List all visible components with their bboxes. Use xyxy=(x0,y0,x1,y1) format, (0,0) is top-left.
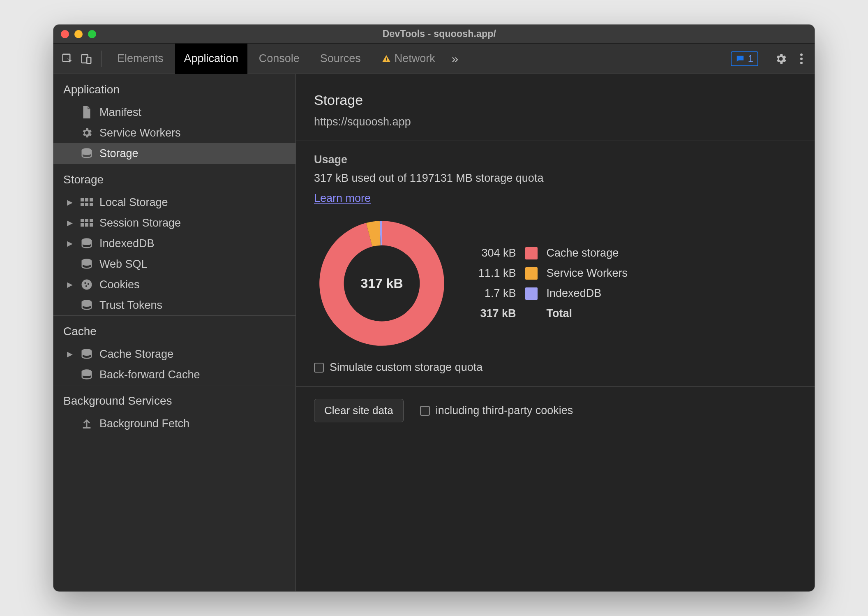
settings-icon[interactable] xyxy=(772,50,790,68)
learn-more-link[interactable]: Learn more xyxy=(314,192,371,205)
main-panel: Storage https://squoosh.app Usage 317 kB… xyxy=(296,74,815,591)
sidebar-item-service-workers[interactable]: Service Workers xyxy=(53,123,295,143)
sidebar-item-manifest[interactable]: Manifest xyxy=(53,102,295,123)
legend-size: 304 kB xyxy=(478,247,516,259)
sidebar-item-indexeddb[interactable]: ▶IndexedDB xyxy=(53,233,295,254)
sidebar-item-session-storage[interactable]: ▶Session Storage xyxy=(53,213,295,233)
svg-point-5 xyxy=(800,53,803,56)
sidebar-section-heading: Background Services xyxy=(53,385,295,413)
svg-rect-18 xyxy=(81,223,84,227)
sidebar-item-local-storage[interactable]: ▶Local Storage xyxy=(53,192,295,213)
titlebar: DevTools - squoosh.app/ xyxy=(53,25,815,44)
tab-sources[interactable]: Sources xyxy=(311,44,370,74)
sidebar-item-label: Local Storage xyxy=(99,196,168,209)
legend-label: Service Workers xyxy=(547,267,628,280)
simulate-quota-checkbox[interactable] xyxy=(314,363,324,373)
sidebar-item-label: IndexedDB xyxy=(99,237,155,250)
sidebar-item-label: Cookies xyxy=(99,278,140,291)
third-party-cookies-label: including third-party cookies xyxy=(436,404,573,417)
window-title: DevTools - squoosh.app/ xyxy=(101,28,778,39)
svg-point-7 xyxy=(800,62,803,64)
tab-console[interactable]: Console xyxy=(250,44,309,74)
legend-label: Cache storage xyxy=(547,247,628,259)
grid-icon xyxy=(80,216,94,230)
simulate-quota-label: Simulate custom storage quota xyxy=(330,361,482,374)
svg-rect-19 xyxy=(85,223,88,227)
gear-icon xyxy=(80,126,94,140)
legend-label: IndexedDB xyxy=(547,287,628,300)
sidebar-item-label: Cache Storage xyxy=(99,348,173,361)
sidebar-item-label: Manifest xyxy=(99,106,141,119)
database-icon xyxy=(80,146,94,160)
third-party-cookies-checkbox[interactable] xyxy=(420,406,430,416)
cookie-icon xyxy=(80,278,94,292)
inspect-icon[interactable] xyxy=(59,51,76,67)
zoom-window-button[interactable] xyxy=(88,30,96,38)
svg-rect-15 xyxy=(81,219,84,222)
sidebar-item-label: Trust Tokens xyxy=(99,299,162,312)
chevron-right-icon[interactable]: ▶ xyxy=(66,239,74,248)
separator xyxy=(765,51,765,67)
sidebar-item-web-sql[interactable]: Web SQL xyxy=(53,254,295,274)
svg-rect-17 xyxy=(90,219,93,222)
devtools-window: DevTools - squoosh.app/ Elements Applica… xyxy=(53,25,815,591)
usage-summary: 317 kB used out of 1197131 MB storage qu… xyxy=(314,172,796,185)
svg-rect-12 xyxy=(81,203,84,206)
svg-rect-14 xyxy=(90,203,93,206)
sidebar-item-background-fetch[interactable]: Background Fetch xyxy=(53,413,295,434)
sidebar-item-back-forward-cache[interactable]: Back-forward Cache xyxy=(53,364,295,385)
more-tabs-icon[interactable]: » xyxy=(447,51,463,67)
sidebar-item-label: Service Workers xyxy=(99,127,181,139)
legend-size: 1.7 kB xyxy=(478,287,516,300)
console-messages-button[interactable]: 1 xyxy=(731,51,758,66)
console-messages-count: 1 xyxy=(748,53,753,65)
svg-rect-10 xyxy=(85,198,88,201)
kebab-menu-icon[interactable] xyxy=(792,50,810,68)
legend-swatch xyxy=(525,287,538,300)
sidebar-item-cookies[interactable]: ▶Cookies xyxy=(53,274,295,295)
device-toggle-icon[interactable] xyxy=(78,51,95,67)
svg-point-25 xyxy=(88,283,89,285)
chevron-right-icon[interactable]: ▶ xyxy=(66,350,74,359)
chevron-right-icon[interactable]: ▶ xyxy=(66,218,74,227)
sidebar-item-label: Background Fetch xyxy=(99,417,189,430)
database-icon xyxy=(80,298,94,312)
legend-total-label: Total xyxy=(547,307,628,320)
database-icon xyxy=(80,257,94,271)
legend-total-size: 317 kB xyxy=(478,307,516,320)
legend-swatch xyxy=(525,267,538,280)
sidebar-item-cache-storage[interactable]: ▶Cache Storage xyxy=(53,344,295,364)
sidebar-item-label: Web SQL xyxy=(99,258,148,271)
upload-icon xyxy=(80,417,94,431)
tab-elements[interactable]: Elements xyxy=(108,44,173,74)
minimize-window-button[interactable] xyxy=(74,30,83,38)
chevron-right-icon[interactable]: ▶ xyxy=(66,280,74,289)
svg-rect-13 xyxy=(85,203,88,206)
database-icon xyxy=(80,368,94,382)
sidebar-item-label: Session Storage xyxy=(99,217,181,229)
sidebar-item-storage[interactable]: Storage xyxy=(53,143,295,164)
svg-rect-3 xyxy=(386,58,387,60)
svg-point-23 xyxy=(82,280,92,290)
close-window-button[interactable] xyxy=(61,30,69,38)
tab-application[interactable]: Application xyxy=(175,44,247,74)
svg-rect-11 xyxy=(90,198,93,201)
sidebar-section-heading: Cache xyxy=(53,316,295,344)
svg-point-24 xyxy=(84,282,86,284)
file-icon xyxy=(80,105,94,119)
svg-rect-9 xyxy=(81,198,84,201)
sidebar-item-trust-tokens[interactable]: Trust Tokens xyxy=(53,295,295,315)
clear-site-data-button[interactable]: Clear site data xyxy=(314,399,404,422)
tab-network[interactable]: Network xyxy=(372,44,444,74)
page-title: Storage xyxy=(314,92,796,108)
storage-origin: https://squoosh.app xyxy=(314,116,796,128)
usage-heading: Usage xyxy=(314,153,796,166)
legend-swatch xyxy=(525,247,538,259)
tab-network-label: Network xyxy=(395,52,435,65)
svg-point-6 xyxy=(800,58,803,60)
svg-rect-2 xyxy=(87,57,91,63)
svg-point-26 xyxy=(85,285,87,287)
main-tabbar: Elements Application Console Sources Net… xyxy=(53,44,815,74)
chevron-right-icon[interactable]: ▶ xyxy=(66,198,74,207)
usage-legend: 304 kBCache storage11.1 kBService Worker… xyxy=(478,247,628,320)
